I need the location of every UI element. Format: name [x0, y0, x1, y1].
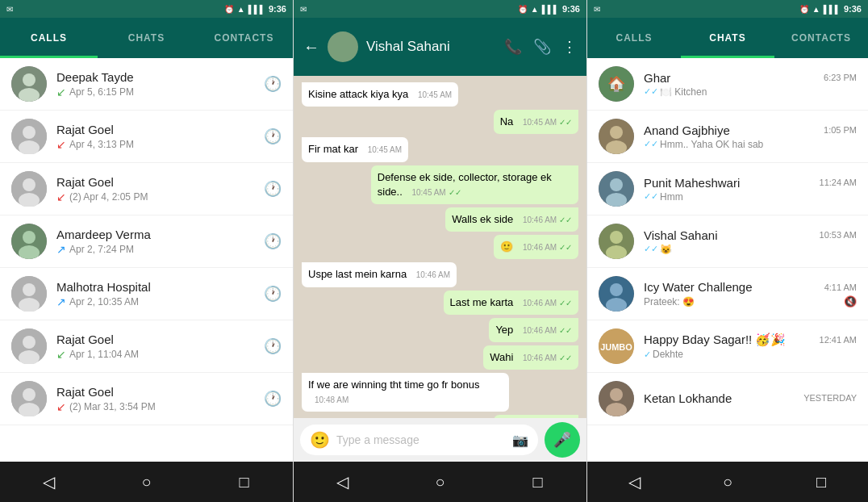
muted-icon-icy: 🔇 [844, 295, 857, 307]
tab-calls-left[interactable]: CALLS [0, 18, 98, 58]
avatar-amardeep [11, 224, 47, 259]
camera-icon[interactable]: 📷 [512, 433, 528, 448]
chat-item-ghar[interactable]: 🏠 Ghar 6:23 PM ✓✓ 🍽️ Kitchen [587, 58, 868, 111]
right-panel: ✉ ⏰ ▲ ▌▌▌ 9:36 CALLS CHATS CONTACTS 🏠 Gh [587, 0, 868, 502]
wifi-icon-right: ▲ [812, 5, 820, 14]
call-name-rajat5: Rajat Goel [56, 333, 254, 346]
msg-row-6: Uspe last mein karna 10:46 AM [302, 262, 578, 287]
tab-chats-left[interactable]: CHATS [98, 18, 195, 58]
avatar-sagar: JUMBO [599, 328, 634, 364]
call-direction-icon-rajat1: ↙ [56, 138, 66, 151]
chat-item-icy[interactable]: Icy Water Challenge 4:11 AM Prateek: 😍 🔇 [587, 268, 868, 320]
call-direction-icon-rajat2: ↙ [56, 190, 66, 203]
svg-point-30 [610, 231, 623, 244]
chat-item-sagar[interactable]: JUMBO Happy Bday Sagar!! 🥳🎉 12:41 AM ✓ D… [587, 320, 868, 373]
chat-item-name-sagar: Happy Bday Sagar!! 🥳🎉 [644, 333, 786, 347]
phone-icon[interactable]: 📞 [504, 38, 522, 56]
back-button-left[interactable]: ◁ [33, 466, 65, 498]
call-name-amardeep: Amardeep Verma [56, 228, 254, 241]
chat-item-bottom-punit: ✓✓ Hmm [644, 191, 857, 203]
tab-chats-right[interactable]: CHATS [681, 18, 774, 58]
msg-icon-mid: ✉ [300, 5, 307, 14]
call-item-rajat2[interactable]: Rajat Goel ↙ (2) Apr 4, 2:05 PM 🕐 [0, 163, 293, 215]
msg-row-10: If we are winning tht time go fr bonus 1… [302, 373, 578, 412]
chat-item-time-punit: 11:24 AM [820, 178, 857, 187]
clock-icon-mid: ⏰ [518, 5, 528, 14]
call-direction-icon-malhotra: ↗ [56, 295, 66, 308]
left-panel: ✉ ⏰ ▲ ▌▌▌ 9:36 CALLS CHATS CONTACTS Deep… [0, 0, 294, 502]
message-input[interactable]: Type a message [336, 433, 506, 446]
status-bar-right-left: ✉ [594, 5, 600, 14]
chat-item-ketan[interactable]: Ketan Lokhande YESTERDAY [587, 373, 868, 425]
avatar-icy [599, 276, 634, 312]
msg-time-8: 10:46 AM ✓✓ [523, 326, 572, 335]
bottom-nav-left: ◁ ○ □ [0, 462, 293, 502]
msg-bubble-0: Kisine attack kiya kya 10:45 AM [302, 82, 458, 107]
chat-item-top-sagar: Happy Bday Sagar!! 🥳🎉 12:41 AM [644, 333, 857, 347]
call-name-malhotra: Malhotra Hospital [56, 280, 254, 294]
call-item-malhotra[interactable]: Malhotra Hospital ↗ Apr 2, 10:35 AM 🕐 [0, 268, 293, 320]
chat-item-bottom-sagar: ✓ Dekhte [644, 349, 857, 360]
mic-button[interactable]: 🎤 [545, 422, 580, 458]
call-clock-icon-rajat1: 🕐 [264, 128, 282, 145]
call-info-malhotra: Malhotra Hospital ↗ Apr 2, 10:35 AM [56, 280, 254, 308]
chat-input-box: 🙂 Type a message 📷 [300, 425, 538, 455]
attachment-icon[interactable]: 📎 [533, 38, 551, 56]
chat-item-info-ketan: Ketan Lokhande YESTERDAY [644, 391, 857, 407]
avatar-rajat6 [11, 381, 47, 416]
back-button-right[interactable]: ◁ [618, 466, 650, 498]
msg-bubble-8: Yep 10:46 AM ✓✓ [489, 318, 578, 342]
call-item-deepak[interactable]: Deepak Tayde ↙ Apr 5, 6:15 PM 🕐 [0, 58, 293, 111]
chat-item-name-icy: Icy Water Challenge [644, 280, 753, 294]
call-detail-rajat1: ↙ Apr 4, 3:13 PM [56, 138, 254, 151]
call-info-rajat5: Rajat Goel ↙ Apr 1, 11:04 AM [56, 333, 254, 361]
msg-time-3: 10:45 AM ✓✓ [411, 188, 461, 197]
signal-icon-mid: ▌▌▌ [542, 5, 559, 14]
msg-row-8: Yep 10:46 AM ✓✓ [302, 318, 578, 342]
msg-row-4: Walls ek side 10:46 AM ✓✓ [302, 207, 578, 232]
home-button-right[interactable]: ○ [712, 466, 744, 498]
tab-calls-right[interactable]: CALLS [587, 18, 681, 58]
emoji-icon[interactable]: 🙂 [310, 430, 330, 450]
back-button-chat[interactable]: ← [303, 38, 319, 56]
msg-row-2: Fir mat kar 10:45 AM [302, 137, 578, 161]
chat-item-anand[interactable]: Anand Gajbhiye 1:05 PM ✓✓ Hmm.. Yaha OK … [587, 111, 868, 163]
svg-point-7 [23, 178, 35, 191]
chat-input-bar: 🙂 Type a message 📷 🎤 [294, 418, 586, 462]
message-icon: ✉ [6, 5, 13, 14]
home-button-mid[interactable]: ○ [424, 466, 457, 498]
chat-item-vishal[interactable]: Vishal Sahani 10:53 AM ✓✓ 😺 [587, 215, 868, 268]
chat-item-top-ghar: Ghar 6:23 PM [644, 71, 857, 85]
msg-bubble-10: If we are winning tht time go fr bonus 1… [302, 373, 509, 412]
call-item-amardeep[interactable]: Amardeep Verma ↗ Apr 2, 7:24 PM 🕐 [0, 215, 293, 268]
chat-header-avatar[interactable] [328, 31, 358, 62]
msg-time-9: 10:46 AM ✓✓ [523, 353, 572, 362]
tab-bar-left: CALLS CHATS CONTACTS [0, 18, 293, 58]
chat-item-info-ghar: Ghar 6:23 PM ✓✓ 🍽️ Kitchen [644, 71, 857, 98]
chat-item-bottom-vishal: ✓✓ 😺 [644, 244, 857, 255]
recents-button-mid[interactable]: □ [522, 466, 554, 498]
signal-icon: ▌▌▌ [248, 5, 265, 14]
call-item-rajat6[interactable]: Rajat Goel ↙ (2) Mar 31, 3:54 PM 🕐 [0, 373, 293, 425]
svg-point-38 [610, 388, 623, 401]
tab-contacts-left[interactable]: CONTACTS [195, 18, 293, 58]
msg-icon-right: ✉ [594, 5, 600, 14]
recents-button-left[interactable]: □ [228, 466, 261, 498]
call-item-rajat1[interactable]: Rajat Goel ↙ Apr 4, 3:13 PM 🕐 [0, 111, 293, 163]
call-name-rajat6: Rajat Goel [56, 385, 254, 399]
back-button-mid[interactable]: ◁ [327, 466, 359, 498]
call-info-rajat1: Rajat Goel ↙ Apr 4, 3:13 PM [56, 123, 254, 151]
svg-point-10 [23, 231, 35, 244]
status-bar-left: ✉ ⏰ ▲ ▌▌▌ 9:36 [0, 0, 293, 18]
chat-item-punit[interactable]: Punit Maheshwari 11:24 AM ✓✓ Hmm [587, 163, 868, 215]
msg-bubble-3: Defense ek side, collector, storage ek s… [371, 165, 578, 204]
home-button-left[interactable]: ○ [131, 466, 163, 498]
msg-bubble-9: Wahi 10:46 AM ✓✓ [483, 345, 578, 370]
call-info-deepak: Deepak Tayde ↙ Apr 5, 6:15 PM [56, 70, 254, 98]
more-options-icon[interactable]: ⋮ [562, 38, 577, 56]
call-item-rajat5[interactable]: Rajat Goel ↙ Apr 1, 11:04 AM 🕐 [0, 320, 293, 373]
call-info-rajat6: Rajat Goel ↙ (2) Mar 31, 3:54 PM [56, 385, 254, 413]
msg-bubble-4: Walls ek side 10:46 AM ✓✓ [445, 207, 578, 232]
tab-contacts-right[interactable]: CONTACTS [774, 18, 868, 58]
recents-button-right[interactable]: □ [805, 466, 837, 498]
